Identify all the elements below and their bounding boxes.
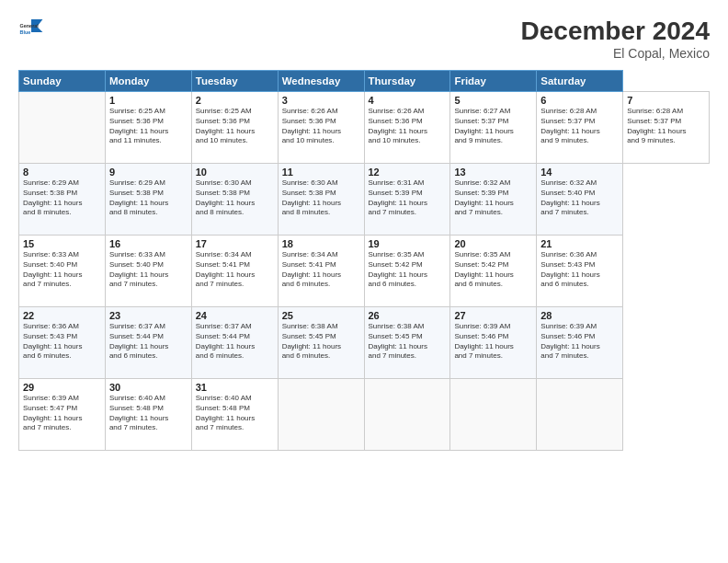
day-info: Sunrise: 6:32 AM Sunset: 5:39 PM Dayligh… (454, 178, 532, 218)
calendar-table: SundayMondayTuesdayWednesdayThursdayFrid… (18, 70, 710, 451)
calendar-cell: 19Sunrise: 6:35 AM Sunset: 5:42 PM Dayli… (364, 236, 450, 307)
day-header-thursday: Thursday (364, 71, 450, 92)
day-info: Sunrise: 6:39 AM Sunset: 5:46 PM Dayligh… (540, 322, 619, 362)
day-info: Sunrise: 6:37 AM Sunset: 5:44 PM Dayligh… (109, 322, 188, 362)
calendar-cell (19, 92, 106, 164)
calendar-cell: 3Sunrise: 6:26 AM Sunset: 5:36 PM Daylig… (278, 92, 364, 164)
day-info: Sunrise: 6:33 AM Sunset: 5:40 PM Dayligh… (23, 250, 101, 290)
calendar-week-0: 1Sunrise: 6:25 AM Sunset: 5:36 PM Daylig… (19, 92, 710, 164)
day-info: Sunrise: 6:35 AM Sunset: 5:42 PM Dayligh… (369, 250, 447, 290)
day-info: Sunrise: 6:26 AM Sunset: 5:36 PM Dayligh… (369, 107, 447, 146)
day-number: 28 (540, 310, 619, 321)
calendar-cell (278, 379, 364, 451)
day-number: 19 (369, 238, 447, 249)
day-info: Sunrise: 6:26 AM Sunset: 5:36 PM Dayligh… (282, 107, 360, 146)
day-info: Sunrise: 6:38 AM Sunset: 5:45 PM Dayligh… (282, 322, 360, 362)
day-info: Sunrise: 6:28 AM Sunset: 5:37 PM Dayligh… (627, 107, 705, 146)
calendar-cell: 15Sunrise: 6:33 AM Sunset: 5:40 PM Dayli… (19, 236, 106, 307)
calendar-cell: 11Sunrise: 6:30 AM Sunset: 5:38 PM Dayli… (278, 164, 364, 236)
title-block: December 2024 El Copal, Mexico (521, 17, 710, 61)
day-number: 3 (282, 95, 360, 106)
day-info: Sunrise: 6:40 AM Sunset: 5:48 PM Dayligh… (109, 394, 188, 433)
logo: General Blue (18, 17, 44, 42)
calendar-cell: 25Sunrise: 6:38 AM Sunset: 5:45 PM Dayli… (278, 307, 364, 379)
day-info: Sunrise: 6:35 AM Sunset: 5:42 PM Dayligh… (454, 250, 532, 290)
day-header-saturday: Saturday (537, 71, 623, 92)
calendar-week-3: 22Sunrise: 6:36 AM Sunset: 5:43 PM Dayli… (19, 307, 710, 379)
day-info: Sunrise: 6:29 AM Sunset: 5:38 PM Dayligh… (109, 178, 188, 218)
day-number: 29 (23, 382, 101, 393)
calendar-cell: 13Sunrise: 6:32 AM Sunset: 5:39 PM Dayli… (450, 164, 537, 236)
day-number: 27 (454, 310, 532, 321)
day-number: 24 (196, 310, 274, 321)
day-header-sunday: Sunday (19, 71, 106, 92)
svg-text:Blue: Blue (20, 29, 31, 35)
page: General Blue December 2024 El Copal, Mex… (0, 0, 728, 563)
day-number: 10 (196, 167, 274, 178)
calendar-cell: 8Sunrise: 6:29 AM Sunset: 5:38 PM Daylig… (19, 164, 106, 236)
day-header-tuesday: Tuesday (191, 71, 278, 92)
calendar-cell: 10Sunrise: 6:30 AM Sunset: 5:38 PM Dayli… (191, 164, 278, 236)
calendar-cell: 28Sunrise: 6:39 AM Sunset: 5:46 PM Dayli… (537, 307, 623, 379)
day-info: Sunrise: 6:33 AM Sunset: 5:40 PM Dayligh… (109, 250, 188, 290)
day-info: Sunrise: 6:39 AM Sunset: 5:46 PM Dayligh… (454, 322, 532, 362)
calendar-cell: 29Sunrise: 6:39 AM Sunset: 5:47 PM Dayli… (19, 379, 106, 451)
calendar-cell: 22Sunrise: 6:36 AM Sunset: 5:43 PM Dayli… (19, 307, 106, 379)
calendar-cell: 26Sunrise: 6:38 AM Sunset: 5:45 PM Dayli… (364, 307, 450, 379)
day-info: Sunrise: 6:36 AM Sunset: 5:43 PM Dayligh… (23, 322, 101, 362)
day-number: 9 (109, 167, 188, 178)
day-info: Sunrise: 6:27 AM Sunset: 5:37 PM Dayligh… (454, 107, 532, 146)
calendar-cell: 5Sunrise: 6:27 AM Sunset: 5:37 PM Daylig… (450, 92, 537, 164)
day-number: 31 (196, 382, 274, 393)
day-info: Sunrise: 6:37 AM Sunset: 5:44 PM Dayligh… (196, 322, 274, 362)
day-header-monday: Monday (105, 71, 191, 92)
calendar-cell: 18Sunrise: 6:34 AM Sunset: 5:41 PM Dayli… (278, 236, 364, 307)
day-number: 25 (282, 310, 360, 321)
calendar-header-row: SundayMondayTuesdayWednesdayThursdayFrid… (19, 71, 710, 92)
logo-icon: General Blue (18, 17, 44, 42)
day-number: 26 (369, 310, 447, 321)
day-number: 21 (540, 238, 619, 249)
day-number: 20 (454, 238, 532, 249)
day-number: 6 (540, 95, 619, 106)
calendar-cell: 20Sunrise: 6:35 AM Sunset: 5:42 PM Dayli… (450, 236, 537, 307)
calendar-cell: 12Sunrise: 6:31 AM Sunset: 5:39 PM Dayli… (364, 164, 450, 236)
calendar-cell (364, 379, 450, 451)
calendar-cell: 7Sunrise: 6:28 AM Sunset: 5:37 PM Daylig… (623, 92, 710, 164)
day-number: 1 (109, 95, 188, 106)
page-title: December 2024 (521, 17, 710, 46)
day-number: 30 (109, 382, 188, 393)
day-info: Sunrise: 6:29 AM Sunset: 5:38 PM Dayligh… (23, 178, 101, 218)
calendar-cell: 31Sunrise: 6:40 AM Sunset: 5:48 PM Dayli… (191, 379, 278, 451)
calendar-cell: 24Sunrise: 6:37 AM Sunset: 5:44 PM Dayli… (191, 307, 278, 379)
day-info: Sunrise: 6:40 AM Sunset: 5:48 PM Dayligh… (196, 394, 274, 433)
day-info: Sunrise: 6:28 AM Sunset: 5:37 PM Dayligh… (540, 107, 619, 146)
calendar-cell: 1Sunrise: 6:25 AM Sunset: 5:36 PM Daylig… (105, 92, 191, 164)
day-number: 2 (196, 95, 274, 106)
calendar-cell: 16Sunrise: 6:33 AM Sunset: 5:40 PM Dayli… (105, 236, 191, 307)
day-info: Sunrise: 6:30 AM Sunset: 5:38 PM Dayligh… (196, 178, 274, 218)
day-info: Sunrise: 6:38 AM Sunset: 5:45 PM Dayligh… (369, 322, 447, 362)
day-number: 15 (23, 238, 101, 249)
day-number: 16 (109, 238, 188, 249)
day-info: Sunrise: 6:25 AM Sunset: 5:36 PM Dayligh… (109, 107, 188, 146)
day-number: 22 (23, 310, 101, 321)
calendar-cell: 27Sunrise: 6:39 AM Sunset: 5:46 PM Dayli… (450, 307, 537, 379)
day-number: 17 (196, 238, 274, 249)
calendar-week-2: 15Sunrise: 6:33 AM Sunset: 5:40 PM Dayli… (19, 236, 710, 307)
calendar-cell (537, 379, 623, 451)
day-number: 8 (23, 167, 101, 178)
calendar-cell: 21Sunrise: 6:36 AM Sunset: 5:43 PM Dayli… (537, 236, 623, 307)
day-number: 12 (369, 167, 447, 178)
day-info: Sunrise: 6:31 AM Sunset: 5:39 PM Dayligh… (369, 178, 447, 218)
day-number: 23 (109, 310, 188, 321)
day-number: 5 (454, 95, 532, 106)
day-info: Sunrise: 6:32 AM Sunset: 5:40 PM Dayligh… (540, 178, 619, 218)
day-header-friday: Friday (450, 71, 537, 92)
calendar-cell: 30Sunrise: 6:40 AM Sunset: 5:48 PM Dayli… (105, 379, 191, 451)
day-number: 18 (282, 238, 360, 249)
day-info: Sunrise: 6:30 AM Sunset: 5:38 PM Dayligh… (282, 178, 360, 218)
day-number: 7 (627, 95, 705, 106)
calendar-cell (450, 379, 537, 451)
calendar-cell: 17Sunrise: 6:34 AM Sunset: 5:41 PM Dayli… (191, 236, 278, 307)
